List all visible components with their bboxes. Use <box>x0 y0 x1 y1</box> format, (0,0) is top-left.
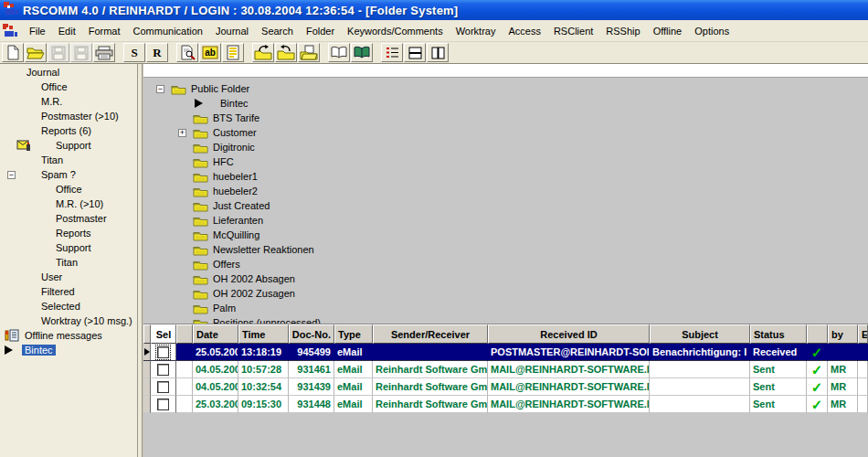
column-header-subject[interactable]: Subject <box>650 324 750 344</box>
tree-item-digitronic[interactable]: Digitronic <box>143 140 868 154</box>
column-header-time[interactable]: Time <box>238 324 289 344</box>
tree-item-palm[interactable]: Palm <box>143 301 868 315</box>
tree-item-huebeler1[interactable]: huebeler1 <box>143 169 868 184</box>
sidebar-item-filtered[interactable]: Filtered <box>0 284 137 299</box>
tree-item-offers[interactable]: Offers <box>143 257 868 271</box>
sidebar-item-offline-messages[interactable]: Offline messages <box>0 328 137 343</box>
tree-item-lieferanten[interactable]: Lieferanten <box>143 213 868 228</box>
menu-item-edit[interactable]: Edit <box>52 23 82 39</box>
sidebar-item-worktray-10-msg[interactable]: Worktray (>10 msg.) <box>0 314 137 328</box>
sidebar-item-postmaster-10[interactable]: Postmaster (>10) <box>0 109 137 123</box>
folder-import-button[interactable] <box>275 43 297 62</box>
menu-item-options[interactable]: Options <box>688 23 736 39</box>
menu-item-worktray[interactable]: Worktray <box>450 23 503 39</box>
menu-item-file[interactable]: File <box>23 23 52 39</box>
arrow-icon <box>5 345 13 355</box>
menu-item-format[interactable]: Format <box>82 23 127 39</box>
column-header-sender[interactable]: Sender/Receiver <box>373 324 488 344</box>
column-header-last[interactable]: E <box>858 324 868 344</box>
address-book-green-button[interactable] <box>351 43 373 62</box>
tree-item-newsletter-reaktionen[interactable]: Newsletter Reaktionen <box>143 242 868 257</box>
menu-item-keywords-comments[interactable]: Keywords/Comments <box>341 23 450 39</box>
menu-item-offline[interactable]: Offline <box>647 23 689 39</box>
column-header-marker[interactable] <box>143 324 151 344</box>
sidebar-item-m-r-10[interactable]: M.R. (>10) <box>0 197 137 211</box>
sidebar-item-support[interactable]: Support <box>0 240 137 255</box>
tree-item-mcquilling[interactable]: McQuilling <box>143 228 868 242</box>
column-header-gap[interactable] <box>176 324 193 344</box>
column-header-docno[interactable]: Doc-No. <box>289 324 334 344</box>
minus-expander-icon[interactable]: − <box>156 85 164 93</box>
save-as-button[interactable] <box>70 43 92 62</box>
tree-item-huebeler2[interactable]: huebeler2 <box>143 184 868 198</box>
sidebar-item-reports-6[interactable]: Reports (6) <box>0 123 137 138</box>
open-folder-button[interactable] <box>25 43 47 62</box>
row-marker-cell <box>143 396 151 413</box>
tree-item-positions-unprocessed[interactable]: Positions (unprocessed) <box>143 315 868 324</box>
rename-ab-button[interactable]: ab <box>199 43 221 62</box>
sidebar-item-spam[interactable]: −Spam ? <box>0 167 137 182</box>
sidebar-item-office[interactable]: Office <box>0 182 137 197</box>
column-header-date[interactable]: Date <box>193 324 238 344</box>
column-header-check[interactable] <box>807 324 828 344</box>
split-vertical-button[interactable] <box>427 43 449 62</box>
column-header-by[interactable]: by <box>828 324 858 344</box>
sidebar-item-journal[interactable]: Journal <box>0 65 137 80</box>
column-header-type[interactable]: Type <box>334 324 373 344</box>
menu-item-communication[interactable]: Communication <box>127 23 209 39</box>
row-select-checkbox[interactable] <box>157 346 169 358</box>
app-logo-icon[interactable] <box>4 2 18 18</box>
split-horizontal-button[interactable] <box>404 43 426 62</box>
document-preview-button[interactable] <box>176 43 198 62</box>
tree-item-bts-tarife[interactable]: BTS Tarife <box>143 111 868 125</box>
save-button[interactable] <box>48 43 69 62</box>
menu-item-search[interactable]: Search <box>255 23 300 39</box>
tree-item-hfc[interactable]: HFC <box>143 154 868 169</box>
minus-expander-icon[interactable]: − <box>7 171 16 179</box>
sidebar-item-postmaster[interactable]: Postmaster <box>0 211 137 226</box>
menu-item-access[interactable]: Access <box>502 23 546 39</box>
menu-item-folder[interactable]: Folder <box>300 23 341 39</box>
row-select-checkbox[interactable] <box>157 381 169 393</box>
receive-letter-button[interactable]: R <box>146 43 168 62</box>
table-row[interactable]: 25.03.200409:15:30931448eMailReinhardt S… <box>143 396 868 413</box>
folder-send-button[interactable] <box>298 43 320 62</box>
sidebar-item-titan[interactable]: Titan <box>0 153 137 167</box>
tree-item-bintec[interactable]: Bintec <box>143 96 868 111</box>
folder-export-button[interactable] <box>252 43 274 62</box>
sidebar-item-bintec[interactable]: Bintec <box>0 343 137 357</box>
sidebar-item-titan[interactable]: Titan <box>0 255 137 270</box>
type-cell: eMail <box>334 396 373 413</box>
tree-item-oh-2002-zusagen[interactable]: OH 2002 Zusagen <box>143 286 868 301</box>
print-button[interactable] <box>93 43 115 62</box>
sidebar-item-reports[interactable]: Reports <box>0 226 137 240</box>
sidebar-item-support[interactable]: Support <box>0 138 137 153</box>
tree-item-label: Newsletter Reaktionen <box>211 244 314 255</box>
menu-item-journal[interactable]: Journal <box>209 23 255 39</box>
tree-item-customer[interactable]: +Customer <box>143 125 868 140</box>
tree-item-public-folder[interactable]: −Public Folder <box>143 81 868 96</box>
menu-item-rsship[interactable]: RSShip <box>599 23 646 39</box>
column-header-sel[interactable]: Sel <box>151 324 176 344</box>
table-row[interactable]: 25.05.200413:18:19945499eMailPOSTMASTER@… <box>143 344 868 361</box>
sidebar-item-selected[interactable]: Selected <box>0 299 137 314</box>
new-document-button[interactable] <box>2 43 24 62</box>
column-header-status[interactable]: Status <box>750 324 807 344</box>
sidebar-item-m-r[interactable]: M.R. <box>0 94 137 109</box>
menu-item-rsclient[interactable]: RSClient <box>547 23 599 39</box>
bullet-list-button[interactable] <box>381 43 403 62</box>
send-letter-button[interactable]: S <box>123 43 145 62</box>
tree-item-label: Lieferanten <box>211 215 263 226</box>
tree-item-just-created[interactable]: Just Created <box>143 198 868 213</box>
plus-expander-icon[interactable]: + <box>178 129 186 137</box>
address-book-button[interactable] <box>328 43 350 62</box>
note-document-button[interactable] <box>222 43 244 62</box>
tree-item-oh-2002-absagen[interactable]: OH 2002 Absagen <box>143 271 868 286</box>
row-select-checkbox[interactable] <box>157 399 169 410</box>
table-row[interactable]: 04.05.200410:57:28931461eMailReinhardt S… <box>143 361 868 378</box>
row-select-checkbox[interactable] <box>157 364 169 376</box>
sidebar-item-office[interactable]: Office <box>0 80 137 94</box>
table-row[interactable]: 04.05.200410:32:54931439eMailReinhardt S… <box>143 378 868 396</box>
column-header-received[interactable]: Received ID <box>488 324 650 344</box>
sidebar-item-user[interactable]: User <box>0 270 137 284</box>
